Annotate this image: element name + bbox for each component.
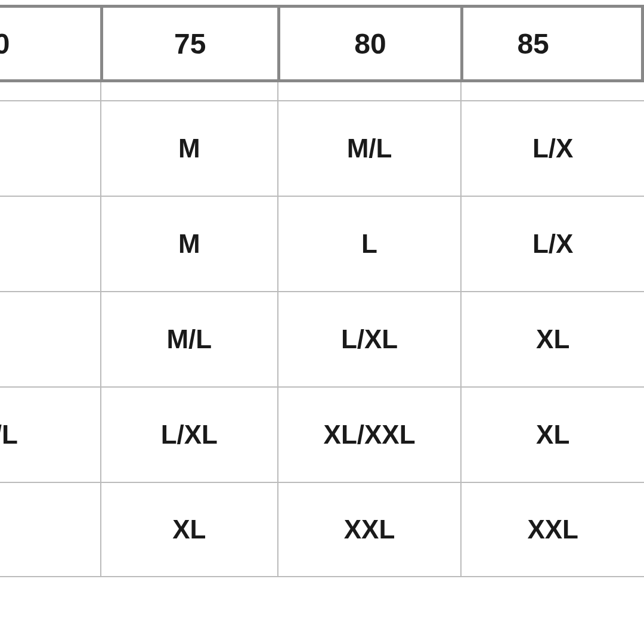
table-row: L XL XXL XXL <box>0 482 644 577</box>
table-row: M M L L/X <box>0 196 644 291</box>
header-cell-75: 75 <box>100 5 277 82</box>
cell: M/L <box>277 100 461 196</box>
cell: XXL <box>277 482 461 577</box>
cell: M <box>0 100 100 196</box>
cell: L <box>0 482 100 577</box>
table-row: M/L L/XL XL/XXL XL <box>0 386 644 482</box>
table-row: M M M/L L/X <box>0 100 644 196</box>
cell: L/X <box>460 100 644 196</box>
header-cell-70: 70 <box>0 5 100 82</box>
cell: XXL <box>460 482 644 577</box>
cell: XL <box>100 482 277 577</box>
cell: L/X <box>460 196 644 291</box>
header-cell-85: 85 <box>460 5 644 82</box>
cell: XL <box>460 386 644 482</box>
cell: M <box>0 291 100 386</box>
cell: XL <box>460 291 644 386</box>
cell: M <box>100 100 277 196</box>
cell: L/XL <box>277 291 461 386</box>
cell: L/XL <box>100 386 277 482</box>
size-chart-table: 70 75 80 85 M M M/L L/X M M L <box>0 5 644 601</box>
cell: M/L <box>0 386 100 482</box>
table-header-row: 70 75 80 85 <box>0 5 644 82</box>
cell: L <box>277 196 461 291</box>
cell: M <box>100 196 277 291</box>
cell: M/L <box>100 291 277 386</box>
cell: M <box>0 196 100 291</box>
header-cell-80: 80 <box>277 5 461 82</box>
table-row: M M/L L/XL XL <box>0 291 644 386</box>
cell: XL/XXL <box>277 386 461 482</box>
